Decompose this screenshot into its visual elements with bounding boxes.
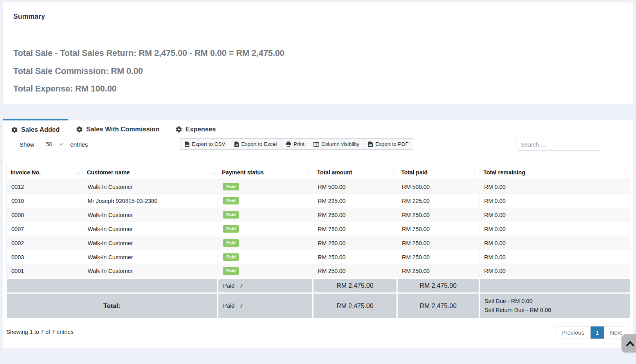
customer-name-cell: Walk-In Customer — [83, 264, 218, 278]
total-remaining-cell: RM 0.00 — [479, 250, 630, 264]
status-badge: Paid — [223, 225, 239, 233]
pagination: Previous 1 Next — [555, 326, 628, 339]
printer-icon — [286, 142, 291, 147]
column-header-total-amount[interactable]: Total amount↓↑ — [313, 165, 397, 180]
sales-table: Invoice No.↓↑ Customer name↓↑ Payment st… — [6, 165, 630, 318]
total-row: Total: Paid - 7 RM 2,475.00 RM 2,475.00 … — [7, 293, 630, 318]
table-row: 0008 Walk-In Customer Paid RM 250.00 RM … — [7, 208, 630, 222]
column-header-payment-status[interactable]: Payment status↓↑ — [218, 165, 313, 180]
total-remaining-cell: RM 0.00 — [479, 194, 630, 208]
column-header-total-paid[interactable]: Total paid↓↑ — [397, 165, 479, 180]
total-label-cell: Total: — [7, 293, 218, 318]
total-remaining-cell: RM 0.00 — [479, 222, 630, 236]
columns-icon — [313, 142, 319, 147]
report-panel: Sales Added Sales With Commission Expens… — [3, 120, 633, 348]
page-1-button[interactable]: 1 — [591, 326, 604, 339]
button-label: Print — [294, 141, 304, 147]
gear-icon — [176, 126, 182, 133]
customer-name-cell: Mr Joseph 920815-03-2380 — [83, 194, 218, 208]
payment-status-cell: Paid — [218, 250, 313, 264]
column-header-customer-name[interactable]: Customer name↓↑ — [83, 165, 218, 180]
sort-icon: ↓↑ — [211, 170, 215, 176]
gear-icon — [76, 126, 83, 133]
export-csv-button[interactable]: Export to CSV — [180, 138, 230, 150]
print-button[interactable]: Print — [281, 138, 309, 150]
total-amount-cell: RM 500.00 — [313, 180, 397, 194]
summary-card: Summary Total Sale - Total Sales Return:… — [3, 2, 633, 104]
total-sale-commission-line: Total Sale Commission: RM 0.00 — [13, 66, 143, 76]
subtotal-row: Paid - 7 RM 2,475.00 RM 2,475.00 — [7, 278, 630, 293]
total-amount-cell: RM 250.00 — [313, 208, 397, 222]
total-paid-cell: RM 500.00 — [397, 180, 479, 194]
subtotal-status-cell: Paid - 7 — [218, 278, 313, 293]
table-body: 0012 Walk-In Customer Paid RM 500.00 RM … — [7, 180, 630, 278]
total-remaining-cell: Sell Due - RM 0.00 Sell Return Due - RM … — [479, 293, 630, 318]
total-amount-cell: RM 250.00 — [313, 236, 397, 250]
export-excel-button[interactable]: Export to Excel — [230, 138, 282, 150]
scroll-to-top-button[interactable] — [622, 334, 636, 352]
file-csv-icon — [185, 142, 189, 147]
tab-sales-with-commission[interactable]: Sales With Commission — [68, 120, 168, 138]
status-badge: Paid — [223, 253, 239, 261]
payment-status-cell: Paid — [218, 264, 313, 278]
total-remaining-cell: RM 0.00 — [479, 236, 630, 250]
payment-status-cell: Paid — [218, 236, 313, 250]
invoice-no-cell: 0001 — [7, 264, 83, 278]
invoice-no-cell: 0010 — [7, 194, 83, 208]
sell-return-due-line: Sell Return Due - RM 0.00 — [485, 306, 625, 315]
invoice-no-cell: 0003 — [7, 250, 83, 264]
total-paid-cell: RM 225.00 — [397, 194, 479, 208]
customer-name-cell: Walk-In Customer — [83, 222, 218, 236]
table-row: 0012 Walk-In Customer Paid RM 500.00 RM … — [7, 180, 630, 194]
chevron-up-icon — [626, 341, 634, 346]
entries-label: entries — [70, 141, 88, 148]
sort-icon: ↓↑ — [473, 170, 476, 176]
button-label: Export to PDF — [375, 141, 409, 147]
button-label: Column visibility — [321, 141, 359, 147]
total-amount-cell: RM 250.00 — [313, 250, 397, 264]
total-paid-cell: RM 250.00 — [397, 208, 479, 222]
table-row: 0007 Walk-In Customer Paid RM 750.00 RM … — [7, 222, 630, 236]
table-row: 0001 Walk-In Customer Paid RM 250.00 RM … — [7, 264, 630, 278]
customer-name-cell: Walk-In Customer — [83, 250, 218, 264]
total-paid-cell: RM 250.00 — [397, 250, 479, 264]
subtotal-amount-cell: RM 2,475.00 — [313, 278, 397, 293]
subtotal-paid-cell: RM 2,475.00 — [397, 278, 479, 293]
export-pdf-button[interactable]: Export to PDF — [364, 138, 413, 150]
button-label: Export to Excel — [241, 141, 277, 147]
customer-name-cell: Walk-In Customer — [83, 236, 218, 250]
total-paid-cell: RM 250.00 — [397, 236, 479, 250]
total-remaining-cell: RM 0.00 — [479, 208, 630, 222]
search-input[interactable] — [517, 139, 601, 151]
entries-select[interactable]: 50 — [39, 139, 66, 150]
tab-sales-added[interactable]: Sales Added — [3, 119, 68, 139]
payment-status-cell: Paid — [218, 194, 313, 208]
column-visibility-button[interactable]: Column visibility — [309, 138, 364, 150]
table-row: 0003 Walk-In Customer Paid RM 250.00 RM … — [7, 250, 630, 264]
subtotal-remaining-cell — [479, 278, 630, 293]
status-badge: Paid — [223, 183, 239, 191]
column-header-invoice-no[interactable]: Invoice No.↓↑ — [7, 165, 83, 180]
invoice-no-cell: 0007 — [7, 222, 83, 236]
table-header-row: Invoice No.↓↑ Customer name↓↑ Payment st… — [7, 165, 630, 180]
status-badge: Paid — [223, 211, 239, 219]
invoice-no-cell: 0012 — [7, 180, 83, 194]
tab-label: Expenses — [186, 126, 216, 133]
invoice-no-cell: 0002 — [7, 236, 83, 250]
total-remaining-cell: RM 0.00 — [479, 180, 630, 194]
total-paid-cell: RM 750.00 — [397, 222, 479, 236]
total-amount-cell: RM 225.00 — [313, 194, 397, 208]
tab-label: Sales Added — [21, 126, 59, 133]
total-amount-cell: RM 750.00 — [313, 222, 397, 236]
total-paid-cell: RM 250.00 — [397, 264, 479, 278]
file-excel-icon — [234, 142, 239, 147]
sort-icon: ↓↑ — [306, 170, 310, 176]
sort-icon: ↓↑ — [76, 170, 80, 176]
status-badge: Paid — [223, 239, 239, 247]
column-header-total-remaining[interactable]: Total remaining↓↑ — [479, 165, 630, 180]
total-paid-cell: RM 2,475.00 — [397, 293, 479, 318]
tab-expenses[interactable]: Expenses — [168, 120, 224, 138]
previous-page-button[interactable]: Previous — [555, 326, 590, 339]
summary-title: Summary — [13, 13, 45, 21]
sort-icon: ↓↑ — [391, 170, 394, 176]
